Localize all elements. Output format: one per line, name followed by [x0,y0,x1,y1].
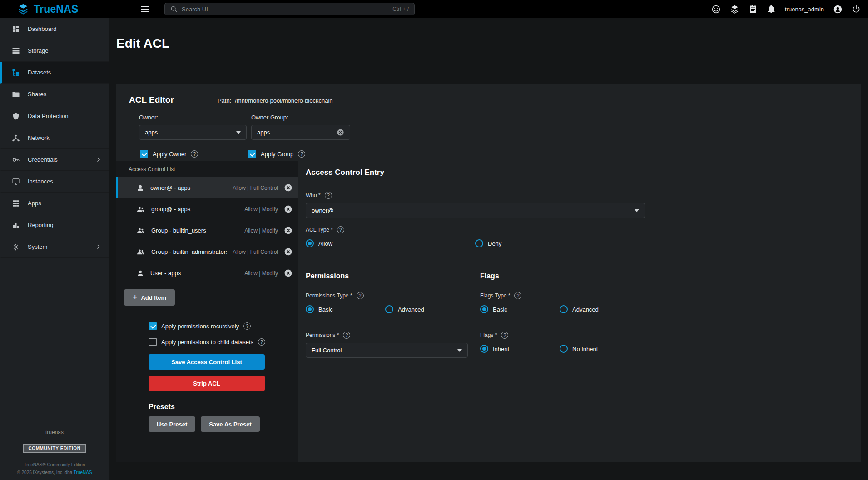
alerts-button[interactable] [767,5,776,14]
logged-in-username[interactable]: truenas_admin [785,6,824,13]
apply-group-checkbox[interactable] [248,150,256,158]
sidebar-item-label: Shares [28,91,46,98]
who-select[interactable]: owner@ [306,203,645,218]
remove-entry-button[interactable] [284,226,293,235]
radio-button-icon [306,239,314,247]
footer-edition-line: TrueNAS® Community Edition [0,461,109,469]
remove-entry-button[interactable] [284,269,293,277]
radio-button-icon [475,239,483,247]
permissions-section: Permissions Permissions Type * ? Basic [306,265,480,364]
acl-entry-user-apps[interactable]: User - apps Allow | Modify [116,262,298,284]
help-icon[interactable]: ? [243,322,251,330]
clear-input-icon[interactable] [337,129,344,136]
permissions-type-label: Permissions Type * [306,292,352,299]
remove-entry-button[interactable] [284,205,293,213]
sidebar-item-instances[interactable]: Instances [0,171,109,193]
power-menu-button[interactable] [852,5,861,14]
remove-entry-button[interactable] [284,183,293,192]
acl-entry-who: Group - builtin_administrators [151,248,227,255]
permissions-label-row: Permissions * ? [306,332,480,339]
acl-editor-header-section: ACL Editor Path:/mnt/monero-pool/monero-… [116,84,861,161]
owner-field: Owner: apps [139,114,247,140]
acl-entry-builtin-administrators[interactable]: Group - builtin_administrators Allow | F… [116,241,298,262]
cancel-icon [284,226,293,235]
sidebar-item-system[interactable]: System [0,236,109,258]
sidebar-item-label: Data Protection [28,113,69,119]
flags-type-basic-option[interactable]: Basic [480,305,560,313]
owner-group-input[interactable] [257,129,337,136]
help-icon[interactable]: ? [357,292,364,299]
apply-owner-checkbox[interactable] [140,150,148,158]
chevron-down-icon [635,209,639,212]
acl-type-allow-option[interactable]: Allow [306,239,475,247]
search-input[interactable] [182,6,388,13]
apply-group-label: Apply Group [261,151,293,158]
bell-icon [767,5,776,14]
clipboard-icon [749,5,758,14]
owner-select[interactable]: apps [139,125,247,140]
help-icon[interactable]: ? [258,338,265,346]
user-menu-button[interactable] [833,5,843,14]
sidebar-item-storage[interactable]: Storage [0,40,109,62]
acl-entry-owner[interactable]: owner@ - apps Allow | Full Control [116,177,298,198]
permissions-type-basic-option[interactable]: Basic [306,305,385,313]
sidebar-item-datasets[interactable]: Datasets [0,62,109,84]
key-icon [12,156,20,164]
help-icon[interactable]: ? [514,292,521,299]
strip-acl-button[interactable]: Strip ACL [149,376,265,391]
who-label-row: Who * ? [306,192,861,199]
acl-entry-who: Group - builtin_users [151,227,238,234]
help-icon[interactable]: ? [337,226,344,233]
main-content: Edit ACL ACL Editor Path:/mnt/monero-poo… [109,18,868,480]
access-control-entry-panel: Access Control Entry Who * ? owner@ ACL … [298,161,861,462]
acl-entry-builtin-users[interactable]: Group - builtin_users Allow | Modify [116,220,298,241]
help-icon[interactable]: ? [343,332,350,339]
power-icon [852,5,861,14]
apply-recursively-checkbox[interactable] [149,322,157,330]
sidebar-item-apps[interactable]: Apps [0,193,109,214]
feedback-button[interactable] [711,5,721,14]
help-icon[interactable]: ? [298,150,305,158]
shield-icon [12,112,20,120]
save-acl-button[interactable]: Save Access Control List [149,354,265,370]
sidebar-item-shares[interactable]: Shares [0,84,109,105]
acl-type-label-row: ACL Type * ? [306,226,861,233]
sidebar-item-dashboard[interactable]: Dashboard [0,18,109,40]
help-icon[interactable]: ? [191,150,198,158]
sidebar-item-reporting[interactable]: Reporting [0,214,109,236]
add-item-button[interactable]: + Add Item [124,289,175,306]
acl-entry-group[interactable]: group@ - apps Allow | Modify [116,198,298,220]
owner-group-input-wrap [251,125,350,140]
permissions-type-radio-group: Basic Advanced [306,305,480,313]
sidebar-footer: truenas COMMUNITY EDITION TrueNAS® Commu… [0,429,109,476]
menu-toggle-button[interactable] [140,4,150,14]
sidebar-item-credentials[interactable]: Credentials [0,149,109,171]
truenas-logo[interactable]: TrueNAS [0,3,109,15]
flags-inherit-option[interactable]: Inherit [480,345,560,353]
sidebar-item-label: Storage [28,47,49,54]
permissions-type-label-row: Permissions Type * ? [306,292,480,299]
sidebar-item-network[interactable]: Network [0,127,109,149]
global-search[interactable]: Ctrl + / [164,3,415,15]
jobs-history-button[interactable] [749,5,758,14]
footer-brand-link[interactable]: TrueNAS [74,470,92,475]
acl-type-deny-label: Deny [488,240,501,247]
help-icon[interactable]: ? [501,332,508,339]
apply-child-datasets-checkbox[interactable] [149,338,157,346]
permissions-select[interactable]: Full Control [306,343,468,358]
sidebar-item-label: Datasets [28,69,51,76]
dashboard-icon [12,25,20,33]
permissions-type-advanced-option[interactable]: Advanced [385,305,424,313]
acl-type-deny-option[interactable]: Deny [475,239,501,247]
sidebar-item-data-protection[interactable]: Data Protection [0,105,109,127]
person-icon [136,184,144,192]
help-icon[interactable]: ? [325,192,332,199]
flags-type-advanced-option[interactable]: Advanced [560,305,599,313]
flags-type-radio-group: Basic Advanced [480,305,662,313]
use-preset-button[interactable]: Use Preset [149,416,195,432]
remove-entry-button[interactable] [284,247,293,256]
flags-no-inherit-option[interactable]: No Inherit [560,345,598,353]
running-jobs-button[interactable] [730,5,739,14]
apps-grid-icon [12,199,20,208]
save-as-preset-button[interactable]: Save As Preset [201,416,259,432]
